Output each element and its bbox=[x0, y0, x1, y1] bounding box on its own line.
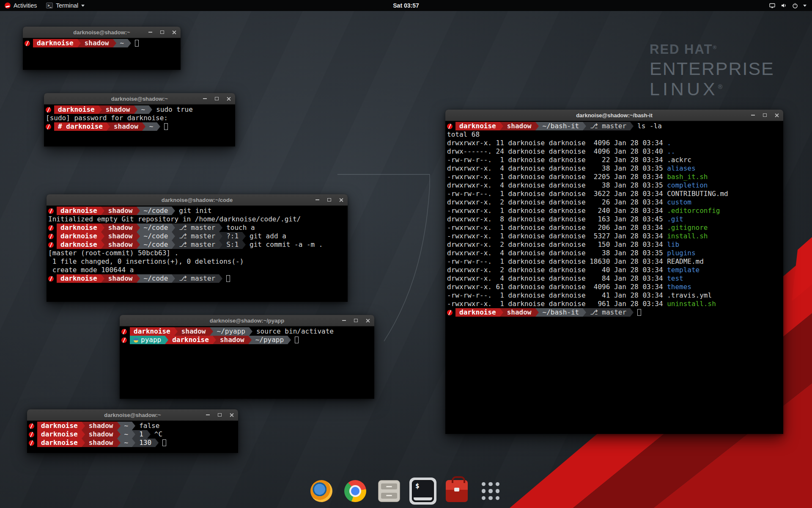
output-text: -rwxrwxr-x. 1 darknoise darknoise 5327 J… bbox=[447, 232, 667, 240]
terminal-prompt-line: darknoiseshadow~/code⎇ masterS:1git comm… bbox=[48, 240, 346, 249]
powerline-separator-icon bbox=[99, 105, 102, 114]
terminal-output-line: -rwxrwxr-x. 1 darknoise darknoise 2205 J… bbox=[447, 173, 782, 181]
close-button[interactable] bbox=[226, 96, 231, 102]
output-text: -rw-rw-r--. 1 darknoise darknoise 22 Jan… bbox=[447, 156, 667, 164]
output-text: drwxrwxr-x. 2 darknoise darknoise 40 Jan… bbox=[447, 266, 667, 274]
window-titlebar[interactable]: darknoise@shadow:~/pyapp bbox=[120, 315, 374, 326]
firefox-icon bbox=[310, 480, 332, 502]
display-icon bbox=[769, 2, 776, 9]
prompt-segment-host: shadow bbox=[503, 308, 535, 317]
minimize-button[interactable] bbox=[148, 30, 153, 35]
close-icon bbox=[226, 97, 231, 101]
command-text: touch a bbox=[226, 224, 255, 232]
maximize-button[interactable] bbox=[159, 30, 165, 35]
output-text: drwxrwxr-x. 4 darknoise darknoise 38 Jan… bbox=[447, 249, 667, 257]
app-menu-terminal[interactable]: >_ Terminal bbox=[41, 0, 89, 11]
terminal-content[interactable]: darknoiseshadow~falsedarknoiseshadow~1^C… bbox=[27, 421, 238, 453]
output-text: drwxrwxr-x. 61 darknoise darknoise 4096 … bbox=[447, 283, 667, 291]
terminal-content[interactable]: darknoiseshadow~sudo true[sudo] password… bbox=[44, 105, 235, 146]
output-text: drwxrwxr-x. 4 darknoise darknoise 84 Jan… bbox=[447, 274, 667, 283]
close-icon bbox=[774, 113, 779, 118]
minimize-icon bbox=[315, 199, 319, 200]
clock[interactable]: Sat 03:57 bbox=[389, 0, 423, 11]
terminal-output-line: drwxrwxr-x. 2 darknoise darknoise 150 Ja… bbox=[447, 240, 782, 249]
file-name: install.sh bbox=[667, 232, 708, 240]
terminal-output-line: 1 file changed, 0 insertions(+), 0 delet… bbox=[48, 257, 346, 266]
terminal-prompt-line: darknoiseshadow~false bbox=[29, 422, 236, 430]
close-button[interactable] bbox=[171, 30, 177, 35]
dock-chrome-button[interactable] bbox=[342, 478, 369, 505]
maximize-button[interactable] bbox=[762, 113, 768, 118]
terminal-prompt-glyph: $ bbox=[415, 482, 420, 490]
terminal-output-line: -rwxrwxr-x. 1 darknoise darknoise 206 Ja… bbox=[447, 224, 782, 232]
window-titlebar[interactable]: darknoise@shadow:~/bash-it bbox=[445, 110, 783, 121]
minimize-button[interactable] bbox=[315, 197, 320, 203]
powerline-separator-icon bbox=[172, 274, 175, 283]
close-icon bbox=[172, 30, 176, 35]
dock-toolbox-button[interactable] bbox=[443, 478, 470, 505]
redhat-prompt-icon bbox=[46, 124, 51, 130]
output-text: drwxrwxr-x. 2 darknoise darknoise 26 Jan… bbox=[447, 198, 667, 207]
output-text: drwxrwxr-x. 11 darknoise darknoise 4096 … bbox=[447, 139, 667, 147]
prompt-segment-path: ~ bbox=[121, 430, 132, 439]
terminal-content[interactable]: darknoiseshadow~/pyappsource bin/activat… bbox=[120, 326, 374, 399]
prompt-segment-path: ~/bash-it bbox=[539, 308, 583, 317]
close-button[interactable] bbox=[229, 412, 234, 418]
prompt-segment-host: shadow bbox=[104, 274, 137, 283]
output-text: drwx------. 24 darknoise darknoise 4096 … bbox=[447, 147, 667, 156]
redhat-prompt-icon bbox=[29, 423, 34, 429]
powerline-separator-icon bbox=[219, 232, 222, 240]
minimize-button[interactable] bbox=[202, 96, 208, 102]
activities-button[interactable]: Activities bbox=[0, 0, 41, 11]
redhat-prompt-icon bbox=[48, 242, 54, 248]
powerline-separator-icon bbox=[107, 122, 110, 131]
prompt-segment-user: darknoise bbox=[57, 232, 101, 240]
chevron-down-icon bbox=[803, 5, 807, 7]
close-button[interactable] bbox=[365, 318, 370, 323]
dock-terminal-button[interactable]: $ bbox=[409, 478, 436, 505]
terminal-output-line: drwxrwxr-x. 11 darknoise darknoise 4096 … bbox=[447, 139, 782, 147]
terminal-content[interactable]: darknoiseshadow~ bbox=[23, 38, 181, 70]
window-titlebar[interactable]: darknoise@shadow:~/code bbox=[47, 194, 348, 206]
terminal-icon: >_ bbox=[46, 3, 53, 8]
terminal-output-line: -rwxrwxr-x. 1 darknoise darknoise 5327 J… bbox=[447, 232, 782, 240]
maximize-button[interactable] bbox=[326, 197, 332, 203]
output-text: Initialized empty Git repository in /hom… bbox=[48, 215, 301, 224]
prompt-segment-host: shadow bbox=[110, 122, 142, 131]
window-titlebar[interactable]: darknoise@shadow:~ bbox=[44, 93, 235, 105]
minimize-button[interactable] bbox=[341, 318, 347, 323]
terminal-window: darknoise@shadow:~/bash-it darknoiseshad… bbox=[445, 110, 783, 434]
window-titlebar[interactable]: darknoise@shadow:~ bbox=[23, 27, 181, 38]
dock-files-button[interactable] bbox=[376, 478, 403, 505]
prompt-segment-path: ~ bbox=[145, 122, 157, 131]
powerline-separator-icon bbox=[630, 308, 634, 317]
window-titlebar[interactable]: darknoise@shadow:~ bbox=[27, 409, 238, 421]
powerline-separator-icon bbox=[583, 308, 586, 317]
powerline-separator-icon bbox=[101, 274, 104, 283]
command-text: ls -la bbox=[637, 122, 662, 130]
powerline-separator-icon bbox=[82, 422, 85, 430]
minimize-button[interactable] bbox=[750, 113, 756, 118]
output-text: total 68 bbox=[447, 130, 480, 139]
maximize-button[interactable] bbox=[217, 412, 222, 418]
close-button[interactable] bbox=[774, 113, 779, 118]
dock-firefox-button[interactable] bbox=[308, 478, 335, 505]
command-text: git init bbox=[179, 207, 211, 215]
maximize-button[interactable] bbox=[214, 96, 219, 102]
system-tray[interactable] bbox=[763, 0, 812, 11]
dock-app-grid-button[interactable] bbox=[477, 478, 504, 505]
minimize-button[interactable] bbox=[205, 412, 211, 418]
terminal-content[interactable]: darknoiseshadow~/codegit initInitialized… bbox=[47, 206, 348, 302]
prompt-segment-user: darknoise bbox=[57, 207, 101, 215]
terminal-content[interactable]: darknoiseshadow~/bash-it⎇ masterls -lato… bbox=[445, 121, 783, 434]
prompt-segment-user: darknoise bbox=[455, 308, 500, 317]
close-button[interactable] bbox=[338, 197, 344, 203]
terminal-output-line: total 68 bbox=[447, 130, 782, 139]
prompt-segment-host: shadow bbox=[81, 39, 113, 47]
terminal-output-line: [sudo] password for darknoise: bbox=[46, 114, 233, 122]
file-name: . bbox=[667, 139, 671, 147]
maximize-button[interactable] bbox=[353, 318, 359, 323]
prompt-segment-git: ⎇ master bbox=[175, 274, 219, 283]
powerline-separator-icon bbox=[210, 327, 213, 336]
volume-icon bbox=[780, 2, 787, 9]
